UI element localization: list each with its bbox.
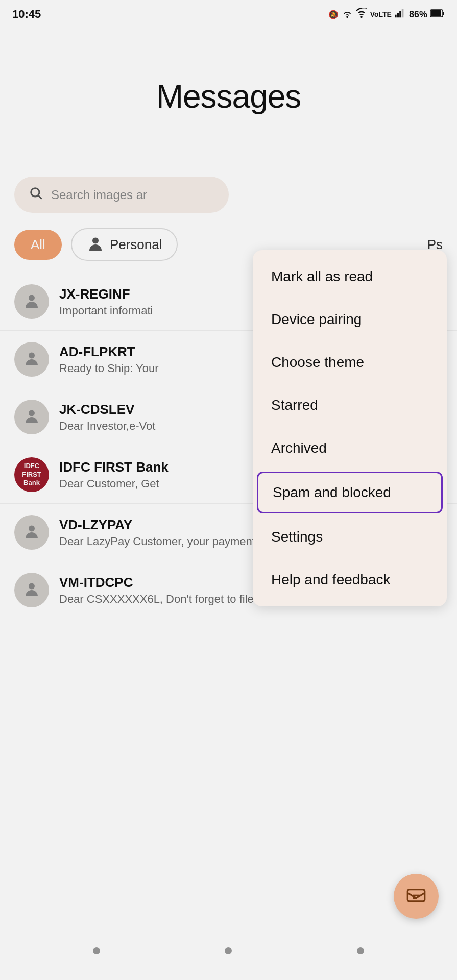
menu-item-spam-and-blocked[interactable]: Spam and blocked [257,472,443,513]
menu-item-choose-theme[interactable]: Choose theme [253,341,447,384]
menu-item-device-pairing[interactable]: Device pairing [253,298,447,341]
dropdown-menu: Mark all as read Device pairing Choose t… [253,250,447,606]
menu-item-mark-all-as-read[interactable]: Mark all as read [253,255,447,298]
menu-item-archived[interactable]: Archived [253,427,447,470]
menu-item-starred[interactable]: Starred [253,384,447,427]
menu-item-settings[interactable]: Settings [253,516,447,558]
menu-item-help-and-feedback[interactable]: Help and feedback [253,558,447,601]
